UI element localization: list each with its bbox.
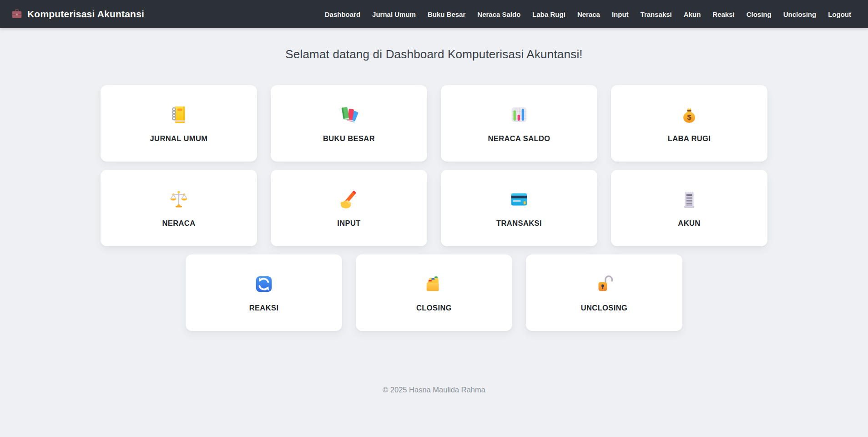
nav-item-buku-besar[interactable]: Buku Besar — [422, 6, 471, 23]
nav-item-akun[interactable]: Akun — [678, 6, 707, 23]
card-label: NERACA — [162, 219, 196, 228]
card-label: UNCLOSING — [581, 304, 628, 312]
nav-item-transaksi[interactable]: Transaksi — [635, 6, 678, 23]
nav-item-reaksi[interactable]: Reaksi — [707, 6, 740, 23]
card-input[interactable]: INPUT — [271, 170, 427, 246]
card-closing[interactable]: CLOSING — [356, 254, 512, 331]
page-title: Selamat datang di Dashboard Komputerisas… — [0, 47, 868, 61]
folder-dividers-icon — [424, 274, 444, 295]
nav-item-dashboard[interactable]: Dashboard — [319, 6, 366, 23]
card-unclosing[interactable]: UNCLOSING — [526, 254, 682, 331]
nav-item-neraca-saldo[interactable]: Neraca Saldo — [471, 6, 526, 23]
card-laba-rugi[interactable]: $ LABA RUGI — [611, 85, 767, 162]
card-label: REAKSI — [249, 304, 279, 312]
ledger-icon — [168, 104, 189, 125]
card-label: CLOSING — [416, 304, 452, 312]
balance-scale-icon — [168, 189, 189, 210]
card-label: NERACA SALDO — [488, 134, 550, 143]
card-akun[interactable]: AKUN — [611, 170, 767, 246]
card-label: AKUN — [678, 219, 700, 228]
brand-label: Komputerisasi Akuntansi — [27, 9, 144, 20]
card-neraca[interactable]: NERACA — [101, 170, 257, 246]
card-jurnal-umum[interactable]: JURNAL UMUM — [101, 85, 257, 162]
dashboard-card-grid: JURNAL UMUM BUKU BESAR — [101, 85, 767, 331]
writing-hand-icon — [338, 189, 359, 210]
card-label: TRANSAKSI — [496, 219, 542, 228]
books-icon — [338, 104, 359, 125]
card-label: BUKU BESAR — [323, 134, 375, 143]
nav-links: Dashboard Jurnal Umum Buku Besar Neraca … — [319, 6, 857, 23]
nav-item-closing[interactable]: Closing — [741, 6, 777, 23]
nav-item-logout[interactable]: Logout — [822, 6, 857, 23]
nav-item-input[interactable]: Input — [606, 6, 635, 23]
nav-item-jurnal-umum[interactable]: Jurnal Umum — [366, 6, 422, 23]
credit-card-icon — [509, 189, 530, 210]
nav-item-neraca[interactable]: Neraca — [571, 6, 606, 23]
brand-link[interactable]: Komputerisasi Akuntansi — [11, 8, 144, 20]
card-reaksi[interactable]: REAKSI — [186, 254, 342, 331]
card-buku-besar[interactable]: BUKU BESAR — [271, 85, 427, 162]
bar-chart-icon — [509, 104, 530, 125]
card-label: JURNAL UMUM — [150, 134, 208, 143]
card-label: LABA RUGI — [668, 134, 711, 143]
card-neraca-saldo[interactable]: NERACA SALDO — [441, 85, 597, 162]
briefcase-icon — [11, 8, 23, 20]
open-lock-icon — [594, 274, 615, 295]
nav-item-laba-rugi[interactable]: Laba Rugi — [526, 6, 571, 23]
footer-copyright: © 2025 Hasna Maulida Rahma — [0, 386, 868, 394]
card-label: INPUT — [337, 219, 361, 228]
nav-item-unclosing[interactable]: Unclosing — [777, 6, 823, 23]
refresh-icon — [253, 274, 274, 295]
receipt-icon — [679, 189, 700, 210]
svg-text:$: $ — [687, 113, 691, 122]
card-transaksi[interactable]: TRANSAKSI — [441, 170, 597, 246]
money-bag-icon: $ — [679, 104, 700, 125]
top-navbar: Komputerisasi Akuntansi Dashboard Jurnal… — [0, 0, 868, 28]
